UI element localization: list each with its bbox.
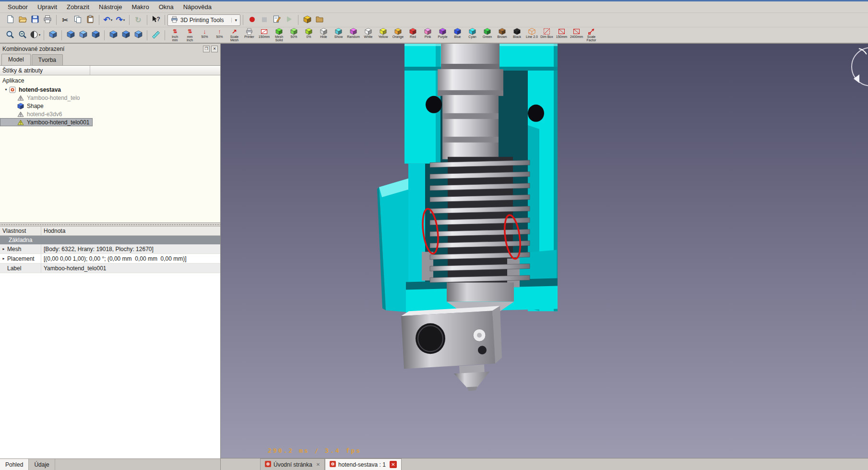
view-right-button[interactable]: [89, 29, 102, 41]
tool-green[interactable]: Green: [480, 27, 495, 43]
menu-napoveda[interactable]: Nápověda: [178, 2, 216, 12]
tool-50[interactable]: ↓50%: [197, 27, 212, 43]
measure-button[interactable]: [150, 29, 162, 41]
macro-stop-button[interactable]: [258, 14, 271, 26]
property-group-header[interactable]: Základna: [0, 236, 220, 244]
menu-soubor[interactable]: Soubor: [3, 2, 33, 12]
tree-item-yamboo-hotend-telo001[interactable]: Yamboo-hotend_telo001: [0, 118, 93, 126]
tool-cyan[interactable]: Cyan: [465, 27, 480, 43]
tool-red[interactable]: Red: [405, 27, 420, 43]
close-tab-button[interactable]: ✕: [390, 461, 397, 468]
close-panel-button[interactable]: ✕: [211, 46, 218, 52]
view-rear-button[interactable]: [107, 29, 119, 41]
paste-button[interactable]: [84, 14, 96, 26]
print-document-button[interactable]: [41, 14, 54, 26]
tool-dim-box[interactable]: Dim Box: [539, 27, 554, 43]
expand-arrow-icon[interactable]: ▾: [3, 87, 9, 92]
tool-line-2-0[interactable]: Line 2.0: [524, 27, 539, 43]
panel-splitter[interactable]: [0, 222, 220, 227]
menu-okna[interactable]: Okna: [154, 2, 178, 12]
copy-button[interactable]: [71, 14, 84, 26]
expand-arrow-icon[interactable]: ▸: [0, 256, 7, 261]
property-view-tabs: PohledÚdaje: [0, 458, 220, 470]
tool-scale-mesh[interactable]: ↗Scale Mesh: [227, 27, 242, 43]
property-row-mesh[interactable]: ▸Mesh[Body: 6322, Hrany: 19018, Plochy: …: [0, 244, 220, 254]
save-document-button[interactable]: [29, 14, 41, 26]
tool-show[interactable]: Show: [331, 27, 346, 43]
tool-black[interactable]: Black: [510, 27, 524, 43]
new-document-button[interactable]: [4, 14, 16, 26]
model-tree[interactable]: Aplikace ▾hotend-sestavaYamboo-hotend_te…: [0, 75, 220, 222]
3d-viewport[interactable]: 290.2 ms / 3.4 fps Úvodní stránka✕hotend…: [221, 44, 868, 470]
macro-record-button[interactable]: [246, 14, 258, 26]
tab-pohled[interactable]: Pohled: [0, 459, 29, 470]
3d-scene[interactable]: [221, 44, 868, 458]
tool-orange[interactable]: Orange: [391, 27, 405, 43]
panel-title-bar[interactable]: Kombinované zobrazení ❐ ✕: [0, 44, 220, 54]
tool-pink[interactable]: Pink: [420, 27, 435, 43]
tool-50[interactable]: 50%: [286, 27, 301, 43]
freecad-doc-icon: [265, 461, 271, 469]
tool-inch-mm[interactable]: ⇅Inch mm: [167, 27, 182, 43]
part-tool-button[interactable]: [301, 14, 313, 26]
fit-all-button[interactable]: [4, 29, 16, 41]
tree-item-yamboo-hotend-telo[interactable]: Yamboo-hotend_telo: [0, 94, 90, 102]
tool-white[interactable]: White: [361, 27, 376, 43]
tab-udaje[interactable]: Údaje: [29, 459, 55, 470]
view-isometric-button[interactable]: [47, 29, 59, 41]
tool-yellow[interactable]: Yellow: [376, 27, 391, 43]
menu-upravit[interactable]: Upravit: [33, 2, 62, 12]
open-folder-tool-button[interactable]: [313, 14, 326, 26]
tab-model[interactable]: Model: [1, 54, 31, 65]
tool-2400mm[interactable]: 2400mm: [569, 27, 584, 43]
tool-0[interactable]: 0%: [301, 27, 316, 43]
float-panel-button[interactable]: ❐: [203, 46, 210, 52]
menu-nastroje[interactable]: Nástroje: [94, 2, 127, 12]
refresh-button[interactable]: ↻: [132, 14, 144, 26]
tool-hide[interactable]: Hide: [316, 27, 331, 43]
tool-blue[interactable]: Blue: [450, 27, 465, 43]
open-document-button[interactable]: [16, 14, 29, 26]
toolbar-separator: [44, 30, 44, 40]
view-left-button[interactable]: [132, 29, 144, 41]
doc-tab-hotend-sestava-1[interactable]: hotend-sestava : 1✕: [325, 458, 402, 470]
expand-arrow-icon[interactable]: ▸: [0, 247, 7, 251]
tree-item-shape[interactable]: Shape: [0, 102, 90, 110]
cut-button[interactable]: ✂: [59, 14, 71, 26]
menu-makro[interactable]: Makro: [127, 2, 154, 12]
close-tab-button[interactable]: ✕: [316, 462, 320, 467]
redo-button[interactable]: ↷▾: [114, 14, 127, 26]
tool-50[interactable]: ↑50%: [212, 27, 227, 43]
fit-selection-button[interactable]: [16, 29, 29, 41]
view-front-button[interactable]: [64, 29, 77, 41]
tool-printer[interactable]: Printer: [242, 27, 257, 43]
view-bottom-button[interactable]: [119, 29, 132, 41]
undo-button[interactable]: ↶▾: [102, 14, 114, 26]
tab-tvorba[interactable]: Tvorba: [32, 54, 63, 65]
tool-random[interactable]: Random: [346, 27, 361, 43]
workbench-selector[interactable]: 3D Printing Tools ▾: [167, 14, 240, 26]
macro-edit-button[interactable]: [271, 14, 283, 26]
draw-style-button[interactable]: ▾: [29, 29, 41, 41]
property-row-placement[interactable]: ▸Placement[(0,00 0,00 1,00); 0,00 °; (0,…: [0, 254, 220, 264]
tree-root-application[interactable]: Aplikace: [0, 76, 220, 85]
tree-item-hotend-e3dv6[interactable]: hotend-e3dv6: [0, 110, 90, 118]
menu-zobrazit[interactable]: Zobrazit: [62, 2, 94, 12]
tool-scale-factor[interactable]: Scale Factor: [584, 27, 599, 43]
whats-this-button[interactable]: ?: [150, 14, 162, 26]
view-top-button[interactable]: [77, 29, 89, 41]
tool-150mm[interactable]: 150mm: [257, 27, 272, 43]
property-row-label[interactable]: LabelYamboo-hotend_telo001: [0, 264, 220, 273]
macro-play-button[interactable]: [283, 14, 296, 26]
scene-area[interactable]: 290.2 ms / 3.4 fps: [221, 44, 868, 458]
heater-block[interactable]: [401, 306, 502, 369]
tool-mm-inch[interactable]: ⇅mm Inch: [182, 27, 197, 43]
paste-icon: [86, 15, 95, 25]
tool-brown[interactable]: Brown: [495, 27, 510, 43]
tool-purple[interactable]: Purple: [435, 27, 450, 43]
toolbar-separator: [99, 15, 99, 25]
doc-tab-uvodni-stranka[interactable]: Úvodní stránka✕: [260, 458, 325, 470]
tree-item-hotend-sestava[interactable]: ▾hotend-sestava: [0, 85, 90, 94]
tool-mesh-solid[interactable]: Mesh Solid: [272, 27, 286, 43]
tool-150mm[interactable]: 150mm: [554, 27, 569, 43]
